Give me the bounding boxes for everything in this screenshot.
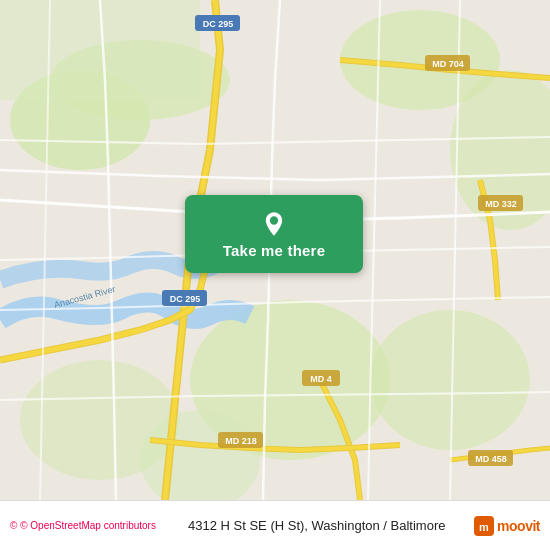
moovit-logo-text: moovit xyxy=(497,518,540,534)
bottom-bar: © © OpenStreetMap contributors 4312 H St… xyxy=(0,500,550,550)
take-me-there-button[interactable]: Take me there xyxy=(185,195,363,273)
svg-text:MD 332: MD 332 xyxy=(485,199,517,209)
svg-point-25 xyxy=(271,217,278,224)
moovit-icon: m xyxy=(474,516,494,536)
svg-text:MD 458: MD 458 xyxy=(475,454,507,464)
take-me-there-label: Take me there xyxy=(223,242,325,259)
map-container: DC 295 DC 295 MD 704 MD 332 MD 4 MD 218 … xyxy=(0,0,550,500)
svg-text:MD 218: MD 218 xyxy=(225,436,257,446)
svg-text:DC 295: DC 295 xyxy=(203,19,234,29)
osm-credit-text: © OpenStreetMap contributors xyxy=(20,520,156,531)
svg-text:m: m xyxy=(479,521,489,533)
osm-credit: © © OpenStreetMap contributors xyxy=(10,520,159,531)
svg-text:MD 4: MD 4 xyxy=(310,374,332,384)
svg-point-7 xyxy=(370,310,530,450)
svg-text:MD 704: MD 704 xyxy=(432,59,464,69)
location-pin-icon xyxy=(260,210,288,238)
svg-text:DC 295: DC 295 xyxy=(170,294,201,304)
address-text: 4312 H St SE (H St), Washington / Baltim… xyxy=(167,518,466,533)
osm-icon: © xyxy=(10,520,17,531)
moovit-logo: m moovit xyxy=(474,516,540,536)
